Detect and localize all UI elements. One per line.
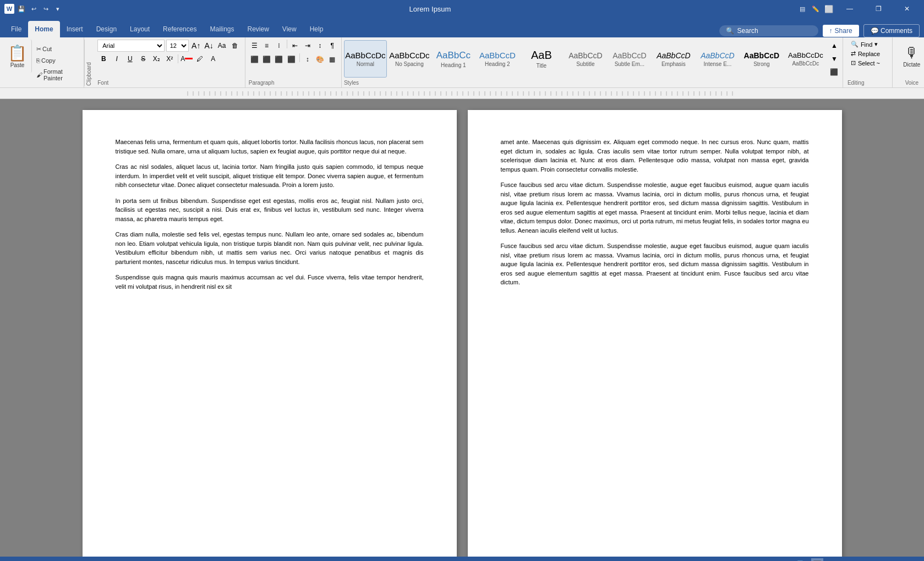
find-arrow: ▾ [874,41,878,48]
cut-button[interactable]: ✂ Cut [34,45,80,54]
tab-references[interactable]: References [156,21,203,37]
tab-review[interactable]: Review [240,21,275,37]
numbered-list-btn[interactable]: ≡ [261,40,272,52]
cut-label: Cut [42,46,52,52]
align-right-btn[interactable]: ⬛ [274,53,285,65]
tab-layout[interactable]: Layout [123,21,156,37]
border-btn[interactable]: ▦ [326,53,337,65]
tab-home[interactable]: Home [28,21,59,37]
font-name-select[interactable]: Arial [97,40,164,52]
p2-1: amet ante. Maecenas quis dignissim ex. A… [501,138,809,174]
superscript-btn[interactable]: X² [163,53,176,65]
comments-icon: 💬 [871,27,879,35]
restore-win-btn[interactable]: ❐ [866,0,891,18]
ribbon-tab-actions: 🔍 Search ↑ Share 💬 Comments [719,24,920,37]
style-subtle-em[interactable]: AaBbCcD Subtle Em... [608,40,651,78]
clipboard-label: Clipboard [85,37,93,88]
web-layout-btn[interactable]: 🔲 [811,558,823,561]
close-btn[interactable]: ✕ [894,0,920,18]
sep-list [287,40,287,48]
multilevel-list-btn[interactable]: ⁞ [274,40,285,52]
select-button[interactable]: ⊡ Select ~ [848,58,888,68]
style-no-spacing-preview: AaBbCcDc [389,51,429,60]
justify-btn[interactable]: ⬛ [286,53,297,65]
style-strong[interactable]: AaBbCcD Strong [740,40,783,78]
replace-button[interactable]: ⇄ Replace [848,49,888,58]
style-heading2-preview: AaBbCcD [479,51,516,60]
align-center-btn[interactable]: ⬛ [261,53,272,65]
show-marks-btn[interactable]: ¶ [326,40,337,52]
tab-insert[interactable]: Insert [60,21,90,37]
dictate-button[interactable]: 🎙 Dictate [900,40,923,73]
style-intense-e[interactable]: AaBbCcD Intense E... [696,40,739,78]
comments-button[interactable]: 💬 Comments [863,24,920,37]
line-spacing-btn[interactable]: ↕ [302,53,313,65]
decrease-indent-btn[interactable]: ⇤ [289,40,300,52]
editing-group: 🔍 Find ▾ ⇄ Replace ⊡ Select ~ Editing [843,37,893,88]
sep-align [299,53,300,62]
read-mode-btn[interactable]: 📖 [828,558,840,561]
styles-scroll-down[interactable]: ▼ [828,53,840,65]
tab-help[interactable]: Help [303,21,330,37]
copy-icon: ⎘ [36,57,40,64]
style-normal[interactable]: AaBbCcDc Normal [344,40,387,78]
copy-button[interactable]: ⎘ Copy [34,56,80,65]
document-area[interactable]: Maecenas felis urna, fermentum et quam q… [0,99,924,557]
format-painter-button[interactable]: 🖌 Format Painter [34,67,80,82]
style-heading1-label: Heading 1 [441,62,466,68]
minimize-btn[interactable]: — [837,0,862,18]
tab-file[interactable]: File [4,21,28,37]
increase-indent-btn[interactable]: ⇥ [302,40,313,52]
restore-btn[interactable]: ⬜ [824,4,834,14]
style-heading2[interactable]: AaBbCcD Heading 2 [476,40,519,78]
style-title-preview: AaB [531,49,552,62]
search-bar[interactable]: 🔍 Search [719,25,818,36]
highlight-btn[interactable]: 🖊 [194,53,206,65]
style-title[interactable]: AaB Title [520,40,563,78]
strikethrough-btn[interactable]: S [137,53,149,65]
bold-button[interactable]: B [97,53,110,65]
font-color-btn[interactable]: A [207,53,219,65]
ribbon-display-btn[interactable]: ▤ [797,4,807,14]
style-heading1[interactable]: AaBbCc Heading 1 [432,40,475,78]
styles-scroll-up[interactable]: ▲ [828,40,840,52]
tab-mailings[interactable]: Mailings [203,21,240,37]
pen-btn[interactable]: ✏️ [811,4,821,14]
font-size-select[interactable]: 12 [166,40,189,52]
style-no-spacing[interactable]: AaBbCcDc No Spacing [388,40,431,78]
cut-icon: ✂ [36,46,41,53]
shading-btn[interactable]: 🎨 [314,53,325,65]
style-emphasis[interactable]: AaBbCcD Emphasis [652,40,695,78]
italic-button[interactable]: I [111,53,123,65]
style-subtitle[interactable]: AaBbCcD Subtitle [564,40,607,78]
text-case-btn[interactable]: 🗑 [229,40,240,52]
save-quick-btn[interactable]: 💾 [17,4,26,14]
decrease-font-btn[interactable]: A↓ [203,40,214,52]
p2-3: Fusce faucibus sed arcu vitae dictum. Su… [501,241,809,287]
align-left-btn[interactable]: ⬛ [249,53,260,65]
tab-design[interactable]: Design [90,21,123,37]
increase-font-btn[interactable]: A↑ [190,40,201,52]
bullet-list-btn[interactable]: ☰ [249,40,260,52]
sort-btn[interactable]: ↕ [314,40,325,52]
clear-format-btn[interactable]: Aa [216,40,227,52]
text-color-btn[interactable]: A [181,53,193,65]
print-layout-btn[interactable]: 📄 [795,558,807,561]
customize-quick-btn[interactable]: ▾ [53,4,63,14]
word-icon: W [4,4,14,14]
undo-quick-btn[interactable]: ↩ [29,4,39,14]
p1-1: Maecenas felis urna, fermentum et quam q… [116,138,424,156]
share-icon: ↑ [829,27,833,35]
subscript-btn[interactable]: X₂ [150,53,162,65]
replace-icon: ⇄ [851,50,856,57]
underline-button[interactable]: U [124,53,136,65]
p1-3: In porta sem ut finibus bibendum. Suspen… [116,196,424,224]
font-name-row: Arial 12 A↑ A↓ Aa 🗑 [97,40,240,52]
style-extra[interactable]: AaBbCcDc AaBbCcDc [784,40,827,78]
share-button[interactable]: ↑ Share [823,25,859,37]
redo-quick-btn[interactable]: ↪ [41,4,51,14]
find-button[interactable]: 🔍 Find ▾ [848,40,888,49]
paste-button[interactable]: 📋 Paste [3,40,32,73]
styles-expand[interactable]: ⬛ [828,66,840,78]
tab-view[interactable]: View [276,21,303,37]
